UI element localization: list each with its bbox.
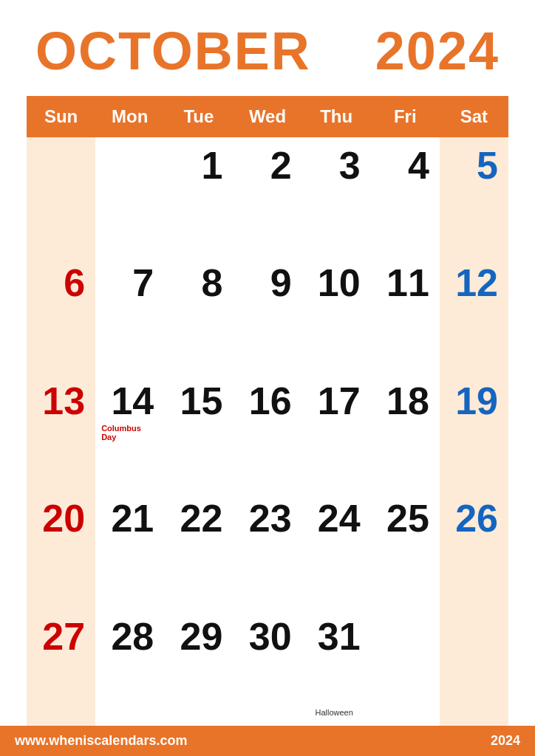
day-number-18: 18 bbox=[386, 380, 429, 422]
year-title: 2024 bbox=[375, 21, 500, 81]
holiday-label-halloween: Halloween bbox=[308, 708, 361, 723]
day-number-3: 3 bbox=[339, 145, 361, 187]
calendar-cell-12: 12 bbox=[440, 255, 508, 372]
day-number-16: 16 bbox=[249, 380, 292, 422]
day-number-9: 9 bbox=[270, 262, 292, 304]
calendar-cell-17: 17 bbox=[302, 373, 371, 490]
calendar-header: OCTOBER 2024 bbox=[0, 0, 535, 96]
calendar-cell-22: 22 bbox=[164, 490, 233, 608]
day-number-8: 8 bbox=[202, 262, 223, 304]
day-number-22: 22 bbox=[180, 498, 223, 540]
day-number-21: 21 bbox=[111, 498, 154, 540]
calendar-body: 1234567891011121314Columbus Day151617181… bbox=[27, 137, 508, 726]
calendar-cell-27: 27 bbox=[27, 608, 95, 726]
day-number-5: 5 bbox=[477, 145, 498, 187]
calendar-cell-13: 13 bbox=[27, 373, 95, 490]
calendar-cell-28: 28 bbox=[95, 608, 164, 726]
calendar-cell-7: 7 bbox=[95, 255, 164, 372]
day-header-sat: Sat bbox=[440, 96, 508, 137]
calendar-cell-19: 19 bbox=[440, 373, 508, 490]
day-number-24: 24 bbox=[318, 498, 361, 540]
day-number-13: 13 bbox=[42, 380, 85, 422]
day-header-fri: Fri bbox=[371, 96, 440, 137]
calendar-cell-empty bbox=[371, 608, 440, 726]
calendar-cell-16: 16 bbox=[233, 373, 301, 490]
calendar-cell-3: 3 bbox=[302, 137, 371, 255]
day-number-12: 12 bbox=[455, 262, 498, 304]
calendar-cell-20: 20 bbox=[27, 490, 95, 608]
day-header-wed: Wed bbox=[233, 96, 301, 137]
week-row-3: 1314Columbus Day1516171819 bbox=[27, 373, 508, 490]
day-number-6: 6 bbox=[64, 262, 85, 304]
calendar-cell-31: 31Halloween bbox=[302, 608, 371, 726]
calendar-cell-26: 26 bbox=[440, 490, 508, 608]
calendar-cell-4: 4 bbox=[371, 137, 440, 255]
calendar-cell-6: 6 bbox=[27, 255, 95, 372]
day-number-30: 30 bbox=[249, 616, 292, 658]
calendar-cell-30: 30 bbox=[233, 608, 301, 726]
day-header-sun: Sun bbox=[27, 96, 95, 137]
day-headers-row: SunMonTueWedThuFriSat bbox=[27, 96, 508, 137]
day-number-10: 10 bbox=[318, 262, 361, 304]
day-header-tue: Tue bbox=[164, 96, 233, 137]
calendar-cell-empty bbox=[95, 137, 164, 255]
holiday-label-columbus: Columbus Day bbox=[101, 424, 154, 441]
calendar-cell-2: 2 bbox=[233, 137, 301, 255]
month-title: OCTOBER bbox=[35, 21, 311, 81]
calendar-cell-11: 11 bbox=[371, 255, 440, 372]
day-number-31: 31 bbox=[318, 616, 361, 658]
day-number-15: 15 bbox=[180, 380, 223, 422]
day-header-thu: Thu bbox=[302, 96, 371, 137]
calendar-cell-empty bbox=[27, 137, 95, 255]
week-row-1: 12345 bbox=[27, 137, 508, 255]
day-number-27: 27 bbox=[42, 616, 85, 658]
week-row-5: 2728293031Halloween bbox=[27, 608, 508, 726]
calendar-cell-18: 18 bbox=[371, 373, 440, 490]
week-row-2: 6789101112 bbox=[27, 255, 508, 372]
day-number-28: 28 bbox=[111, 616, 154, 658]
calendar-cell-23: 23 bbox=[233, 490, 301, 608]
calendar-cell-24: 24 bbox=[302, 490, 371, 608]
day-number-4: 4 bbox=[408, 145, 429, 187]
calendar-cell-10: 10 bbox=[302, 255, 371, 372]
calendar-cell-1: 1 bbox=[164, 137, 233, 255]
day-number-14: 14 bbox=[111, 380, 154, 422]
footer-url: www.wheniscalendars.com bbox=[15, 733, 187, 749]
day-number-7: 7 bbox=[132, 262, 154, 304]
day-number-20: 20 bbox=[42, 498, 85, 540]
day-number-17: 17 bbox=[318, 380, 361, 422]
calendar-cell-29: 29 bbox=[164, 608, 233, 726]
calendar-cell-25: 25 bbox=[371, 490, 440, 608]
calendar-cell-empty bbox=[440, 608, 508, 726]
calendar-page: OCTOBER 2024 SunMonTueWedThuFriSat 12345… bbox=[0, 0, 535, 756]
calendar-cell-14: 14Columbus Day bbox=[95, 373, 164, 490]
calendar-cell-5: 5 bbox=[440, 137, 508, 255]
footer-year: 2024 bbox=[491, 733, 520, 749]
calendar-cell-9: 9 bbox=[233, 255, 301, 372]
day-number-25: 25 bbox=[386, 498, 429, 540]
day-number-26: 26 bbox=[455, 498, 498, 540]
footer-bar: www.wheniscalendars.com 2024 bbox=[0, 726, 535, 756]
day-number-1: 1 bbox=[202, 145, 223, 187]
day-number-2: 2 bbox=[270, 145, 292, 187]
day-number-29: 29 bbox=[180, 616, 223, 658]
day-number-11: 11 bbox=[386, 262, 429, 304]
calendar-cell-21: 21 bbox=[95, 490, 164, 608]
calendar-cell-15: 15 bbox=[164, 373, 233, 490]
calendar-cell-8: 8 bbox=[164, 255, 233, 372]
calendar-container: SunMonTueWedThuFriSat 123456789101112131… bbox=[27, 96, 508, 726]
week-row-4: 20212223242526 bbox=[27, 490, 508, 608]
day-header-mon: Mon bbox=[95, 96, 164, 137]
day-number-19: 19 bbox=[455, 380, 498, 422]
day-number-23: 23 bbox=[249, 498, 292, 540]
